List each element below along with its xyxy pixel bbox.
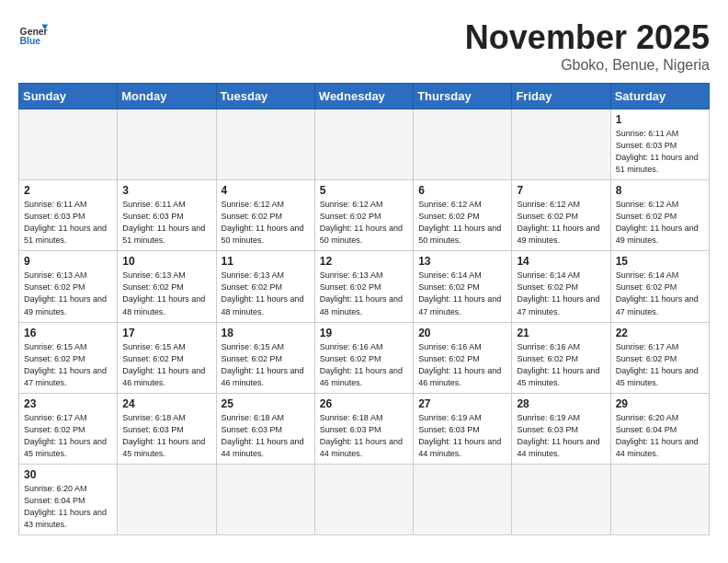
day-number: 19 (320, 327, 408, 339)
calendar-cell: 2Sunrise: 6:11 AM Sunset: 6:03 PM Daylig… (19, 180, 118, 251)
calendar-cell (512, 109, 610, 180)
calendar-cell: 30Sunrise: 6:20 AM Sunset: 6:04 PM Dayli… (19, 464, 118, 534)
calendar-cell (512, 464, 610, 534)
header: General Blue November 2025 Gboko, Benue,… (18, 18, 710, 74)
calendar-cell: 19Sunrise: 6:16 AM Sunset: 6:02 PM Dayli… (314, 322, 413, 393)
calendar-cell (314, 109, 413, 180)
day-number: 12 (320, 255, 408, 268)
calendar-cell: 16Sunrise: 6:15 AM Sunset: 6:02 PM Dayli… (19, 322, 118, 393)
day-number: 2 (24, 184, 112, 197)
calendar-cell: 4Sunrise: 6:12 AM Sunset: 6:02 PM Daylig… (216, 180, 314, 251)
calendar-cell: 26Sunrise: 6:18 AM Sunset: 6:03 PM Dayli… (314, 393, 413, 464)
weekday-header-sunday: Sunday (19, 84, 118, 109)
calendar-cell (610, 464, 709, 534)
day-info: Sunrise: 6:15 AM Sunset: 6:02 PM Dayligh… (222, 341, 310, 389)
weekday-header-saturday: Saturday (610, 84, 709, 109)
day-info: Sunrise: 6:19 AM Sunset: 6:03 PM Dayligh… (517, 412, 605, 460)
day-number: 21 (517, 327, 605, 339)
day-info: Sunrise: 6:13 AM Sunset: 6:02 PM Dayligh… (222, 270, 310, 317)
day-number: 6 (418, 184, 506, 197)
day-number: 14 (517, 255, 605, 268)
day-info: Sunrise: 6:14 AM Sunset: 6:02 PM Dayligh… (418, 270, 506, 317)
day-number: 20 (418, 327, 506, 339)
day-number: 1 (616, 113, 704, 126)
day-info: Sunrise: 6:14 AM Sunset: 6:02 PM Dayligh… (517, 270, 605, 317)
weekday-header-tuesday: Tuesday (216, 84, 314, 109)
day-number: 25 (222, 397, 310, 410)
svg-text:Blue: Blue (20, 36, 41, 46)
day-info: Sunrise: 6:16 AM Sunset: 6:02 PM Dayligh… (418, 341, 506, 389)
calendar-cell: 3Sunrise: 6:11 AM Sunset: 6:03 PM Daylig… (118, 180, 216, 251)
calendar-cell: 1Sunrise: 6:11 AM Sunset: 6:03 PM Daylig… (610, 109, 709, 180)
calendar-cell (216, 464, 314, 534)
logo-icon: General Blue (18, 18, 48, 48)
calendar-cell: 27Sunrise: 6:19 AM Sunset: 6:03 PM Dayli… (414, 393, 512, 464)
calendar-cell: 5Sunrise: 6:12 AM Sunset: 6:02 PM Daylig… (314, 180, 413, 251)
week-row-4: 16Sunrise: 6:15 AM Sunset: 6:02 PM Dayli… (19, 322, 710, 393)
day-info: Sunrise: 6:17 AM Sunset: 6:02 PM Dayligh… (24, 412, 112, 460)
week-row-1: 1Sunrise: 6:11 AM Sunset: 6:03 PM Daylig… (19, 109, 710, 180)
calendar-cell: 18Sunrise: 6:15 AM Sunset: 6:02 PM Dayli… (216, 322, 314, 393)
day-info: Sunrise: 6:13 AM Sunset: 6:02 PM Dayligh… (24, 270, 112, 317)
calendar-cell: 9Sunrise: 6:13 AM Sunset: 6:02 PM Daylig… (19, 251, 118, 322)
day-info: Sunrise: 6:12 AM Sunset: 6:02 PM Dayligh… (222, 199, 310, 247)
day-info: Sunrise: 6:19 AM Sunset: 6:03 PM Dayligh… (418, 412, 506, 460)
day-info: Sunrise: 6:18 AM Sunset: 6:03 PM Dayligh… (222, 412, 310, 460)
day-info: Sunrise: 6:13 AM Sunset: 6:02 PM Dayligh… (320, 270, 408, 317)
day-info: Sunrise: 6:20 AM Sunset: 6:04 PM Dayligh… (616, 412, 704, 460)
day-info: Sunrise: 6:13 AM Sunset: 6:02 PM Dayligh… (122, 270, 210, 317)
calendar-cell: 28Sunrise: 6:19 AM Sunset: 6:03 PM Dayli… (512, 393, 610, 464)
day-number: 23 (24, 397, 112, 410)
weekday-header-friday: Friday (512, 84, 610, 109)
calendar-cell: 6Sunrise: 6:12 AM Sunset: 6:02 PM Daylig… (414, 180, 512, 251)
calendar-cell: 24Sunrise: 6:18 AM Sunset: 6:03 PM Dayli… (118, 393, 216, 464)
day-info: Sunrise: 6:16 AM Sunset: 6:02 PM Dayligh… (320, 341, 408, 389)
calendar-cell (314, 464, 413, 534)
month-title: November 2025 (465, 18, 710, 57)
day-info: Sunrise: 6:15 AM Sunset: 6:02 PM Dayligh… (24, 341, 112, 389)
calendar-cell (414, 464, 512, 534)
weekday-header-row: SundayMondayTuesdayWednesdayThursdayFrid… (19, 84, 710, 109)
day-number: 16 (24, 327, 112, 339)
day-number: 4 (222, 184, 310, 197)
logo: General Blue (18, 18, 48, 48)
day-number: 30 (24, 468, 112, 481)
day-info: Sunrise: 6:12 AM Sunset: 6:02 PM Dayligh… (320, 199, 408, 247)
calendar-table: SundayMondayTuesdayWednesdayThursdayFrid… (18, 83, 710, 535)
calendar-cell: 21Sunrise: 6:16 AM Sunset: 6:02 PM Dayli… (512, 322, 610, 393)
day-number: 5 (320, 184, 408, 197)
day-info: Sunrise: 6:17 AM Sunset: 6:02 PM Dayligh… (616, 341, 704, 389)
day-info: Sunrise: 6:18 AM Sunset: 6:03 PM Dayligh… (320, 412, 408, 460)
day-number: 26 (320, 397, 408, 410)
day-number: 3 (122, 184, 210, 197)
day-number: 11 (222, 255, 310, 268)
calendar-cell (414, 109, 512, 180)
calendar-cell: 23Sunrise: 6:17 AM Sunset: 6:02 PM Dayli… (19, 393, 118, 464)
weekday-header-wednesday: Wednesday (314, 84, 413, 109)
day-info: Sunrise: 6:12 AM Sunset: 6:02 PM Dayligh… (418, 199, 506, 247)
calendar-cell: 22Sunrise: 6:17 AM Sunset: 6:02 PM Dayli… (610, 322, 709, 393)
day-number: 22 (616, 327, 704, 339)
calendar-cell: 13Sunrise: 6:14 AM Sunset: 6:02 PM Dayli… (414, 251, 512, 322)
day-info: Sunrise: 6:16 AM Sunset: 6:02 PM Dayligh… (517, 341, 605, 389)
week-row-2: 2Sunrise: 6:11 AM Sunset: 6:03 PM Daylig… (19, 180, 710, 251)
day-number: 18 (222, 327, 310, 339)
week-row-6: 30Sunrise: 6:20 AM Sunset: 6:04 PM Dayli… (19, 464, 710, 534)
day-number: 13 (418, 255, 506, 268)
day-number: 24 (122, 397, 210, 410)
calendar-cell: 29Sunrise: 6:20 AM Sunset: 6:04 PM Dayli… (610, 393, 709, 464)
week-row-3: 9Sunrise: 6:13 AM Sunset: 6:02 PM Daylig… (19, 251, 710, 322)
day-info: Sunrise: 6:12 AM Sunset: 6:02 PM Dayligh… (616, 199, 704, 247)
day-info: Sunrise: 6:20 AM Sunset: 6:04 PM Dayligh… (24, 483, 112, 531)
location-title: Gboko, Benue, Nigeria (465, 57, 710, 74)
day-number: 28 (517, 397, 605, 410)
calendar-cell: 12Sunrise: 6:13 AM Sunset: 6:02 PM Dayli… (314, 251, 413, 322)
day-info: Sunrise: 6:11 AM Sunset: 6:03 PM Dayligh… (616, 128, 704, 176)
day-number: 10 (122, 255, 210, 268)
calendar-cell: 7Sunrise: 6:12 AM Sunset: 6:02 PM Daylig… (512, 180, 610, 251)
day-number: 15 (616, 255, 704, 268)
calendar-cell (19, 109, 118, 180)
weekday-header-monday: Monday (118, 84, 216, 109)
weekday-header-thursday: Thursday (414, 84, 512, 109)
day-number: 7 (517, 184, 605, 197)
